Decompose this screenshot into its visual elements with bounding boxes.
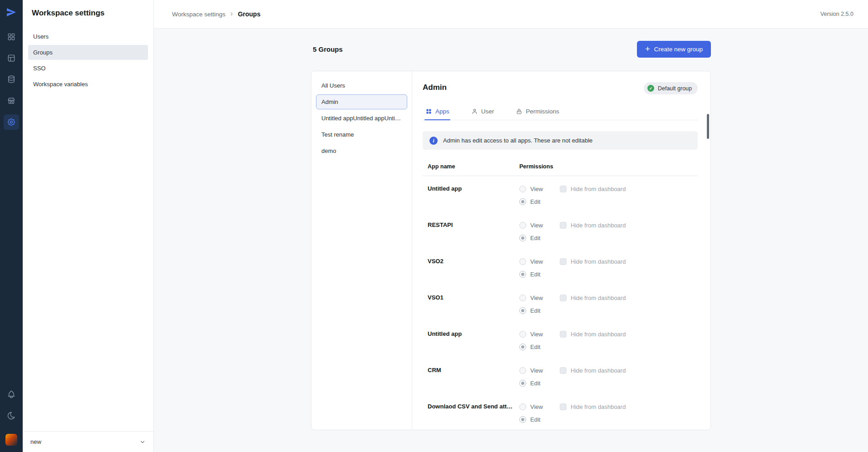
view-radio (519, 295, 526, 301)
edit-radio (519, 380, 526, 387)
app-name: CRM (428, 367, 519, 394)
info-icon: i (429, 137, 438, 145)
create-new-group-label: Create new group (654, 46, 703, 53)
app-root: Workspace settings UsersGroupsSSOWorkspa… (0, 0, 868, 452)
app-permission-row: RESTAPI View Hide from dashboard Edit (423, 212, 698, 249)
app-permission-row: Untitled app View Hide from dashboard Ed… (423, 321, 698, 358)
groups-count-label: 5 Groups (313, 45, 343, 53)
sidebar-title: Workspace settings (32, 9, 153, 18)
group-list-item-demo[interactable]: demo (316, 143, 407, 158)
edit-radio-label: Edit (530, 235, 540, 241)
view-radio (519, 186, 526, 192)
edit-permission-line: Edit (519, 234, 698, 242)
workspace-name: new (30, 438, 41, 445)
groups-card: All UsersAdminUntitled appUntitled appUn… (311, 71, 711, 430)
group-list-item-admin[interactable]: Admin (316, 94, 407, 109)
notifications-icon[interactable] (4, 387, 19, 402)
group-list-item-test-rename[interactable]: Test rename (316, 127, 407, 142)
theme-icon[interactable] (4, 408, 19, 423)
app-permission-controls: View Hide from dashboard Edit (519, 403, 698, 430)
edit-radio (519, 307, 526, 314)
tab-permissions[interactable]: Permissions (515, 104, 560, 120)
tab-label: User (481, 108, 494, 115)
layout-icon[interactable] (4, 50, 19, 66)
card-scrollbar-thumb[interactable] (707, 114, 709, 139)
hide-from-dashboard-checkbox (560, 258, 567, 265)
view-radio (519, 403, 526, 410)
view-radio (519, 222, 526, 229)
tab-user[interactable]: User (470, 104, 495, 120)
breadcrumb: Workspace settings › Groups (172, 10, 261, 18)
view-permission-line: View Hide from dashboard (519, 330, 698, 338)
group-title: Admin (423, 83, 447, 92)
hide-from-dashboard-label: Hide from dashboard (571, 222, 626, 229)
breadcrumb-root[interactable]: Workspace settings (172, 11, 226, 18)
apps-grid-icon (425, 108, 432, 115)
default-group-badge: ✓ Default group (644, 82, 698, 94)
view-radio-label: View (530, 222, 543, 229)
chevron-down-icon (139, 439, 146, 445)
database-icon[interactable] (4, 72, 19, 87)
sidebar-item-users[interactable]: Users (28, 29, 148, 44)
edit-permission-line: Edit (519, 307, 698, 314)
edit-radio-label: Edit (530, 380, 540, 387)
group-detail-header: Admin ✓ Default group (423, 83, 698, 94)
create-new-group-button[interactable]: + Create new group (637, 41, 711, 58)
sidebar-item-workspace-variables[interactable]: Workspace variables (28, 77, 148, 92)
view-permission-line: View Hide from dashboard (519, 403, 698, 411)
workspace-switcher[interactable]: new (23, 431, 153, 452)
app-permission-controls: View Hide from dashboard Edit (519, 367, 698, 394)
app-permission-row: CRM View Hide from dashboard Edit (423, 358, 698, 394)
hide-from-dashboard-group: Hide from dashboard (560, 403, 626, 410)
app-permission-controls: View Hide from dashboard Edit (519, 221, 698, 249)
edit-radio-label: Edit (530, 307, 540, 314)
hide-from-dashboard-group: Hide from dashboard (560, 331, 626, 338)
icon-rail (0, 0, 23, 452)
app-logo-icon[interactable] (5, 6, 18, 18)
check-circle-icon: ✓ (647, 85, 654, 92)
edit-radio-label: Edit (530, 344, 540, 350)
edit-permission-line: Edit (519, 379, 698, 387)
view-permission-line: View Hide from dashboard (519, 294, 698, 302)
view-radio (519, 258, 526, 265)
group-list-item-all-users[interactable]: All Users (316, 78, 407, 93)
hide-from-dashboard-checkbox (560, 331, 567, 338)
app-permission-controls: View Hide from dashboard Edit (519, 258, 698, 285)
hide-from-dashboard-checkbox (560, 222, 567, 229)
edit-permission-line: Edit (519, 416, 698, 423)
rail-bottom-icons (4, 387, 19, 429)
group-list-item-untitled-appuntitled-appuntitl[interactable]: Untitled appUntitled appUntitle… (316, 111, 407, 126)
hide-from-dashboard-group: Hide from dashboard (560, 295, 626, 301)
settings-icon[interactable] (4, 114, 19, 130)
apps-icon[interactable] (4, 29, 19, 44)
tab-label: Apps (435, 108, 449, 115)
edit-radio (519, 235, 526, 241)
tab-apps[interactable]: Apps (424, 104, 450, 120)
edit-permission-line: Edit (519, 198, 698, 206)
marketplace-icon[interactable] (4, 93, 19, 108)
view-radio-label: View (530, 258, 543, 265)
view-permission-line: View Hide from dashboard (519, 367, 698, 374)
app-name: Untitled app (428, 185, 519, 212)
hide-from-dashboard-label: Hide from dashboard (571, 258, 626, 265)
view-permission-line: View Hide from dashboard (519, 221, 698, 229)
column-header-permissions: Permissions (519, 163, 698, 170)
edit-radio-label: Edit (530, 271, 540, 278)
sidebar-item-groups[interactable]: Groups (28, 45, 148, 60)
topbar: Workspace settings › Groups Version 2.5.… (154, 0, 868, 29)
app-name: RESTAPI (428, 221, 519, 249)
chevron-right-icon: › (231, 10, 233, 18)
edit-radio (519, 198, 526, 205)
edit-permission-line: Edit (519, 270, 698, 278)
user-avatar[interactable] (5, 434, 17, 446)
content-inner: 5 Groups + Create new group All UsersAdm… (311, 41, 711, 430)
app-permission-controls: View Hide from dashboard Edit (519, 185, 698, 212)
view-radio (519, 367, 526, 374)
column-header-app-name: App name (428, 163, 519, 170)
group-list: All UsersAdminUntitled appUntitled appUn… (311, 71, 412, 430)
hide-from-dashboard-group: Hide from dashboard (560, 367, 626, 374)
sidebar-item-sso[interactable]: SSO (28, 61, 148, 76)
app-name: Downlaod CSV and Send attac… (428, 403, 519, 430)
app-permission-row: Downlaod CSV and Send attac… View Hide f… (423, 394, 698, 430)
app-permission-row: VSO1 View Hide from dashboard Edit (423, 285, 698, 321)
